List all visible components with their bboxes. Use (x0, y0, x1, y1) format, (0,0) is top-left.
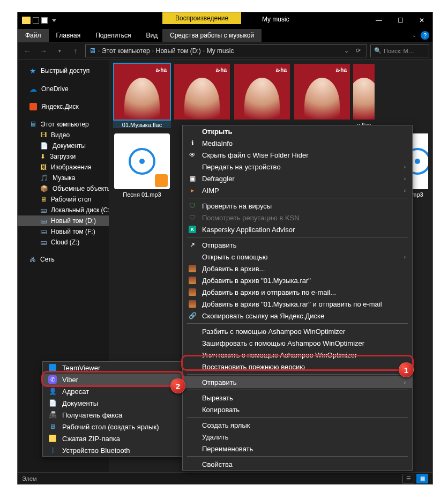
sendto-teamviewer[interactable]: TeamViewer (43, 362, 182, 374)
sidebar-yandex-disk[interactable]: Яндекс.Диск (18, 101, 109, 112)
ctx-ashampoo-split[interactable]: Разбить с помощью Ashampoo WinOptimizer (183, 325, 412, 337)
ctx-label: Восстановить прежнюю версию (202, 363, 305, 371)
ribbon-view-tab[interactable]: Вид (138, 29, 165, 42)
refresh-button[interactable]: ⟳ (353, 47, 363, 54)
ctx-virus-check[interactable]: 🛡Проверить на вирусы (183, 200, 412, 212)
sendto-zip[interactable]: Сжатая ZIP-папка (43, 433, 182, 444)
ctx-restore-previous[interactable]: Восстановить прежнюю версию (183, 361, 412, 373)
sidebar-videos[interactable]: 🎞Видео (18, 130, 109, 140)
file-item[interactable]: е.flac (353, 64, 375, 128)
ctx-defraggler[interactable]: ▣Defraggler› (183, 173, 412, 184)
ribbon-music-tools-tab[interactable]: Средства работы с музыкой (162, 29, 262, 42)
sendto-desktop-shortcut[interactable]: 🖥Рабочий стол (создать ярлык) (43, 421, 182, 433)
ctx-properties[interactable]: Свойства (183, 458, 412, 470)
submenu-label: TeamViewer (62, 364, 100, 372)
ctx-label: Разбить с помощью Ashampoo WinOptimizer (202, 327, 345, 336)
ribbon-file-tab[interactable]: Файл (18, 29, 49, 42)
breadcrumb-folder[interactable]: My music (207, 47, 234, 55)
file-item[interactable]: 01.Музыка.flac (113, 64, 171, 128)
sidebar-this-pc[interactable]: 🖥Этот компьютер (18, 118, 109, 130)
qat-checkbox-2[interactable] (41, 17, 48, 24)
contextual-tab-header: Воспроизведение (162, 12, 241, 24)
ctx-yandex-copy-link[interactable]: 🔗Скопировать ссылку на Яндекс.Диске (183, 310, 412, 322)
ctx-copy[interactable]: Копировать (183, 404, 412, 415)
ctx-rename[interactable]: Переименовать (183, 443, 412, 455)
drive-icon: 🖴 (40, 217, 47, 225)
nav-recent-dropdown[interactable]: ▾ (53, 44, 66, 57)
sidebar-drive-f[interactable]: 🖴Новый том (F:) (18, 226, 109, 237)
qat-checkbox[interactable] (33, 17, 39, 24)
ctx-open[interactable]: Открыть (183, 125, 412, 137)
ctx-label: Kaspersky Application Advisor (202, 226, 295, 234)
ribbon-share-tab[interactable]: Поделиться (88, 29, 138, 42)
address-bar[interactable]: 🖥 › Этот компьютер › Новый том (D:) › My… (85, 44, 367, 57)
ribbon-collapse-icon[interactable]: ⌄ (412, 32, 416, 38)
view-details-button[interactable]: ☰ (402, 474, 414, 483)
pc-icon: 🖥 (29, 120, 36, 128)
search-input[interactable]: 🔍 Поиск: M… (370, 44, 429, 57)
folder-icon: 🎵 (40, 174, 48, 182)
sidebar-3d-objects[interactable]: 📦Объемные объекты (18, 183, 109, 194)
minimize-button[interactable]: — (368, 12, 390, 28)
ctx-mediainfo[interactable]: ℹMediaInfo (183, 137, 412, 149)
file-item[interactable] (233, 64, 291, 128)
ctx-create-shortcut[interactable]: Создать ярлык (183, 419, 412, 431)
sendto-bluetooth[interactable]: ᛒУстройство Bluetooth (43, 444, 182, 456)
sendto-fax[interactable]: 📠Получатель факса (43, 409, 182, 421)
file-item[interactable] (173, 64, 231, 128)
ctx-open-with[interactable]: Открыть с помощью› (183, 251, 412, 263)
sidebar-pictures[interactable]: 🖼Изображения (18, 162, 109, 173)
ribbon-home-tab[interactable]: Главная (49, 29, 88, 42)
album-art-thumbnail (234, 64, 290, 120)
help-icon[interactable]: ? (421, 31, 429, 40)
sendto-documents[interactable]: 📄Документы (43, 397, 182, 409)
ctx-ashampoo-destroy[interactable]: Уничтожить с помощью Ashampoo WinOptimiz… (183, 349, 412, 361)
ctx-cast[interactable]: Передать на устройство› (183, 161, 412, 173)
ctx-delete[interactable]: Удалить (183, 431, 412, 443)
file-item[interactable] (293, 64, 351, 128)
sidebar-quick-access[interactable]: ★Быстрый доступ (18, 65, 109, 77)
ctx-ashampoo-encrypt[interactable]: Зашифровать с помощью Ashampoo WinOptimi… (183, 337, 412, 349)
nav-back-button[interactable]: ← (21, 44, 34, 57)
separator (187, 456, 408, 457)
sidebar-network[interactable]: 🖧Сеть (18, 254, 109, 265)
file-item[interactable]: Песня 01.mp3 (113, 133, 171, 198)
view-thumbnails-button[interactable]: ▦ (416, 474, 428, 483)
separator (187, 374, 408, 375)
ctx-archive-named-email[interactable]: Добавить в архив "01.Музыка.rar" и отпра… (183, 298, 412, 310)
cloud-icon: ☁ (29, 85, 37, 93)
ctx-share[interactable]: ↗Отправить (183, 239, 412, 251)
ctx-wise-hide[interactable]: 👁Скрыть файл с Wise Folder Hider (183, 149, 412, 161)
sendto-addressbook[interactable]: 👤Адресат (43, 385, 182, 397)
qat-dropdown-icon[interactable] (52, 19, 56, 22)
ctx-archive-email[interactable]: Добавить в архив и отправить по e-mail..… (183, 286, 412, 298)
breadcrumb-root[interactable]: Этот компьютер (102, 47, 150, 55)
sidebar-downloads[interactable]: ⬇Загрузки (18, 151, 109, 162)
ctx-add-archive[interactable]: Добавить в архив... (183, 263, 412, 274)
sidebar-music[interactable]: 🎵Музыка (18, 173, 109, 183)
nav-forward-button[interactable]: → (37, 44, 50, 57)
breadcrumb-drive[interactable]: Новый том (D:) (156, 47, 201, 55)
nav-up-button[interactable]: ↑ (69, 44, 82, 57)
ctx-kaspersky-advisor[interactable]: KKaspersky Application Advisor (183, 224, 412, 235)
sidebar-drive-c[interactable]: 🖴Локальный диск (C:) (18, 205, 109, 215)
ctx-add-archive-named[interactable]: Добавить в архив "01.Музыка.rar" (183, 274, 412, 286)
ctx-aimp[interactable]: ▸AIMP› (183, 184, 412, 196)
ctx-cut[interactable]: Вырезать (183, 392, 412, 404)
send-to-submenu: TeamViewer ✆Viber 👤Адресат 📄Документы 📠П… (42, 361, 183, 457)
sidebar-desktop[interactable]: 🖥Рабочий стол (18, 194, 109, 205)
sendto-viber[interactable]: ✆Viber (43, 374, 182, 385)
ctx-send-to[interactable]: Отправить› (183, 376, 412, 388)
address-dropdown-icon[interactable]: ⌄ (341, 47, 352, 54)
sidebar-drive-z[interactable]: 🖴Cloud (Z:) (18, 237, 109, 248)
sidebar-documents[interactable]: 📄Документы (18, 140, 109, 151)
close-button[interactable]: ✕ (411, 12, 432, 28)
bluetooth-icon: ᛒ (48, 446, 57, 455)
ctx-label: MediaInfo (202, 139, 233, 147)
sidebar-item-label: Рабочий стол (51, 196, 91, 203)
sidebar-onedrive[interactable]: ☁OneDrive (18, 83, 109, 95)
maximize-button[interactable]: ☐ (390, 12, 411, 28)
rar-icon (188, 276, 197, 285)
sidebar-drive-d[interactable]: 🖴Новый том (D:) (18, 215, 109, 226)
ctx-label: Добавить в архив "01.Музыка.rar" и отпра… (202, 300, 382, 308)
